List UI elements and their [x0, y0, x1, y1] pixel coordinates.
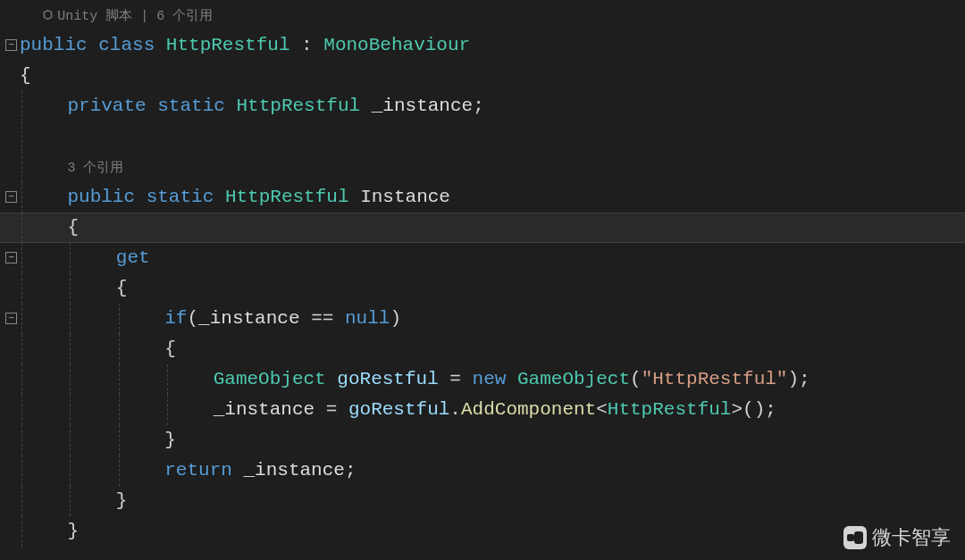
fold-toggle-icon[interactable]: −: [5, 39, 17, 51]
code-line[interactable]: {: [20, 61, 965, 91]
code-line[interactable]: get: [20, 243, 965, 273]
code-area[interactable]: Unity 脚本 | 6 个引用 public class HttpRestfu…: [20, 0, 965, 547]
code-line[interactable]: _instance = goRestful.AddComponent<HttpR…: [20, 395, 965, 425]
watermark-text: 微卡智享: [872, 524, 951, 551]
unity-icon: [42, 3, 54, 14]
codelens-line[interactable]: Unity 脚本 | 6 个引用: [20, 0, 965, 30]
code-line[interactable]: {: [20, 334, 965, 364]
fold-toggle-icon[interactable]: −: [5, 191, 17, 203]
codelens-refs[interactable]: 6 个引用: [156, 9, 213, 24]
fold-toggle-icon[interactable]: −: [5, 313, 17, 324]
code-line[interactable]: }: [20, 516, 965, 547]
code-line[interactable]: return _instance;: [20, 456, 965, 486]
codelens-refs[interactable]: 3 个引用: [67, 161, 123, 176]
code-editor[interactable]: − − − − Unity 脚本 | 6 个引用 public class Ht…: [0, 0, 965, 560]
code-line[interactable]: {: [20, 273, 965, 304]
code-line[interactable]: GameObject goRestful = new GameObject("H…: [20, 364, 965, 395]
code-line[interactable]: public class HttpRestful : MonoBehaviour: [20, 30, 965, 61]
fold-gutter: − − − −: [0, 0, 20, 560]
code-line[interactable]: if(_instance == null): [20, 304, 965, 334]
codelens-line[interactable]: 3 个引用: [20, 152, 965, 182]
watermark: 微卡智享: [843, 524, 951, 551]
code-line[interactable]: [20, 121, 965, 152]
code-line[interactable]: }: [20, 425, 965, 456]
codelens-text: Unity 脚本 |: [57, 9, 156, 24]
code-line[interactable]: {: [20, 213, 965, 243]
code-line[interactable]: }: [20, 486, 965, 516]
code-line[interactable]: public static HttpRestful Instance: [20, 182, 965, 213]
code-line[interactable]: private static HttpRestful _instance;: [20, 91, 965, 121]
fold-toggle-icon[interactable]: −: [5, 252, 17, 263]
wechat-icon: [843, 526, 867, 549]
